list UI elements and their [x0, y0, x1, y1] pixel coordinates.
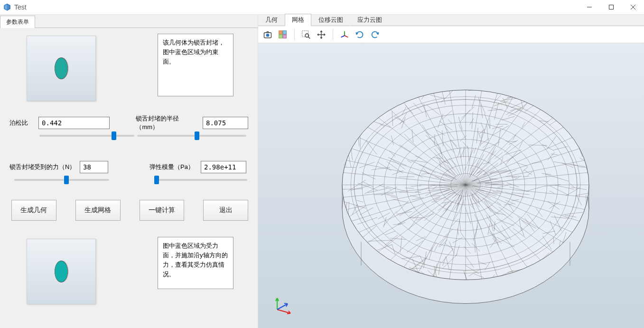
radius-input[interactable]	[203, 117, 248, 129]
app-icon	[3, 3, 11, 11]
poisson-slider[interactable]	[39, 135, 134, 137]
modulus-label: 弹性模量（Pa）	[149, 163, 197, 171]
axis-triad-icon[interactable]	[338, 28, 351, 41]
force-input[interactable]	[80, 161, 108, 173]
radius-slider[interactable]	[137, 135, 246, 137]
modulus-slider[interactable]	[154, 179, 247, 181]
force-thumbnail	[27, 239, 96, 304]
tab-geometry[interactable]: 几何	[258, 14, 285, 26]
selection-icon[interactable]	[276, 28, 289, 41]
rotate-cw-icon[interactable]	[368, 28, 382, 41]
generate-mesh-button[interactable]: 生成网格	[75, 200, 121, 221]
force-label: 锁舌封堵受到的力（N）	[9, 163, 76, 171]
svg-rect-3	[279, 30, 282, 34]
constraint-thumbnail	[27, 36, 96, 101]
viewport-panel: 几何 网格 位移云图 应力云图	[258, 15, 644, 328]
window-title: Test	[14, 3, 27, 11]
generate-geometry-button[interactable]: 生成几何	[11, 200, 56, 221]
svg-rect-5	[279, 35, 282, 38]
axis-triad	[271, 292, 294, 317]
window-controls	[579, 0, 644, 15]
calculate-button[interactable]: 一键计算	[140, 200, 185, 221]
camera-icon[interactable]	[261, 28, 274, 41]
svg-rect-0	[609, 5, 614, 9]
rotate-ccw-icon[interactable]	[353, 28, 366, 41]
parameter-panel: 参数表单 该几何体为锁舌封堵，图中蓝色区域为约束面。 泊松比	[0, 15, 258, 328]
zoom-area-icon[interactable]	[299, 28, 313, 41]
close-button[interactable]	[622, 0, 644, 15]
tab-stress[interactable]: 应力云图	[350, 14, 389, 26]
svg-rect-6	[283, 35, 286, 38]
constraint-note: 该几何体为锁舌封堵，图中蓝色区域为约束面。	[158, 34, 233, 96]
pan-icon[interactable]	[315, 28, 328, 41]
modulus-input[interactable]	[201, 161, 246, 173]
poisson-input[interactable]	[38, 117, 110, 129]
poisson-label: 泊松比	[9, 119, 35, 127]
svg-rect-4	[283, 30, 286, 34]
minimize-button[interactable]	[579, 0, 600, 15]
force-note: 图中蓝色区域为受力面，并施加沿y轴方向的力，查看其受力仿真情况。	[158, 237, 233, 289]
panel-tab-params[interactable]: 参数表单	[0, 16, 35, 28]
title-bar: Test	[0, 0, 644, 15]
exit-button[interactable]: 退出	[203, 200, 248, 221]
mesh-render	[304, 62, 598, 310]
tab-displacement[interactable]: 位移云图	[311, 14, 350, 26]
viewport-toolbar	[258, 26, 644, 43]
radius-label: 锁舌封堵的半径（mm）	[136, 114, 199, 131]
svg-point-2	[266, 33, 270, 37]
maximize-button[interactable]	[600, 0, 622, 15]
viewport-3d[interactable]	[258, 43, 644, 328]
tab-mesh[interactable]: 网格	[285, 14, 311, 26]
force-slider[interactable]	[14, 179, 109, 181]
